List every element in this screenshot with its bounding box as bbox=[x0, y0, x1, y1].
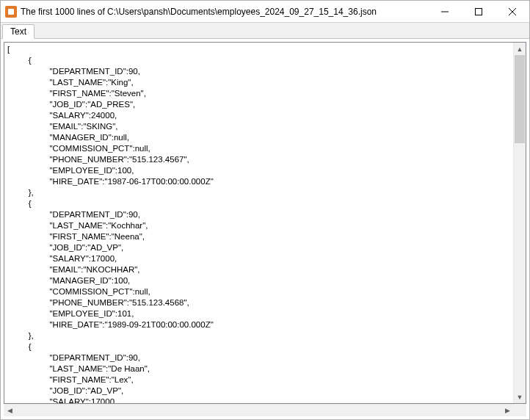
text-line: "LAST_NAME":"King", bbox=[7, 77, 510, 88]
scroll-down-arrow-icon[interactable]: ▼ bbox=[514, 391, 526, 403]
text-line: }, bbox=[7, 330, 510, 341]
close-icon bbox=[509, 8, 516, 15]
text-line: "HIRE_DATE":"1987-06-17T00:00:00.000Z" bbox=[7, 176, 510, 187]
tab-text[interactable]: Text bbox=[2, 24, 35, 39]
window-titlebar: The first 1000 lines of C:\Users\pansh\D… bbox=[1, 1, 529, 23]
text-line: "MANAGER_ID":null, bbox=[7, 132, 510, 143]
scroll-corner bbox=[514, 404, 526, 416]
vertical-scroll-track[interactable] bbox=[514, 55, 526, 391]
window-title: The first 1000 lines of C:\Users\pansh\D… bbox=[21, 7, 377, 17]
horizontal-scroll-thumb[interactable] bbox=[16, 405, 501, 416]
svg-rect-1 bbox=[476, 8, 482, 15]
text-line: "JOB_ID":"AD_PRES", bbox=[7, 99, 510, 110]
text-line: "MANAGER_ID":100, bbox=[7, 275, 510, 286]
text-line: "DEPARTMENT_ID":90, bbox=[7, 66, 510, 77]
text-line: "SALARY":24000, bbox=[7, 110, 510, 121]
text-line: "LAST_NAME":"De Haan", bbox=[7, 363, 510, 374]
text-line: "EMPLOYEE_ID":100, bbox=[7, 165, 510, 176]
text-line: "HIRE_DATE":"1989-09-21T00:00:00.000Z" bbox=[7, 319, 510, 330]
app-icon bbox=[5, 6, 17, 18]
scroll-right-arrow-icon[interactable]: ▶ bbox=[501, 405, 514, 416]
text-viewer: [ { "DEPARTMENT_ID":90, "LAST_NAME":"Kin… bbox=[4, 42, 526, 404]
text-line: "FIRST_NAME":"Lex", bbox=[7, 374, 510, 385]
text-line: "JOB_ID":"AD_VP", bbox=[7, 242, 510, 253]
tab-strip: Text bbox=[1, 23, 529, 39]
vertical-scrollbar[interactable]: ▲ ▼ bbox=[513, 43, 526, 403]
minimize-button[interactable] bbox=[428, 1, 462, 23]
minimize-icon bbox=[441, 8, 449, 15]
scroll-up-arrow-icon[interactable]: ▲ bbox=[514, 43, 526, 55]
maximize-icon bbox=[475, 8, 482, 15]
text-line: { bbox=[7, 198, 510, 209]
content-area: [ { "DEPARTMENT_ID":90, "LAST_NAME":"Kin… bbox=[1, 39, 529, 419]
text-line: { bbox=[7, 341, 510, 352]
text-content[interactable]: [ { "DEPARTMENT_ID":90, "LAST_NAME":"Kin… bbox=[4, 43, 513, 403]
text-line: "LAST_NAME":"Kochhar", bbox=[7, 220, 510, 231]
text-line: "EMAIL":"NKOCHHAR", bbox=[7, 264, 510, 275]
maximize-button[interactable] bbox=[462, 1, 495, 23]
text-line: "FIRST_NAME":"Neena", bbox=[7, 231, 510, 242]
text-line: "JOB_ID":"AD_VP", bbox=[7, 385, 510, 397]
text-line: "PHONE_NUMBER":"515.123.4567", bbox=[7, 154, 510, 165]
text-line: "EMPLOYEE_ID":101, bbox=[7, 308, 510, 319]
text-line: "COMMISSION_PCT":null, bbox=[7, 286, 510, 297]
text-line: { bbox=[7, 55, 510, 66]
text-line: "SALARY":17000, bbox=[7, 397, 510, 403]
text-line: "COMMISSION_PCT":null, bbox=[7, 143, 510, 154]
horizontal-scroll-track[interactable] bbox=[16, 405, 501, 416]
text-line: "SALARY":17000, bbox=[7, 253, 510, 264]
text-line: }, bbox=[7, 187, 510, 198]
text-line: "EMAIL":"SKING", bbox=[7, 121, 510, 132]
close-button[interactable] bbox=[495, 1, 529, 23]
vertical-scroll-thumb[interactable] bbox=[515, 55, 525, 143]
text-line: [ bbox=[7, 44, 510, 55]
scroll-left-arrow-icon[interactable]: ◀ bbox=[4, 405, 16, 416]
text-line: "DEPARTMENT_ID":90, bbox=[7, 352, 510, 363]
text-line: "PHONE_NUMBER":"515.123.4568", bbox=[7, 297, 510, 308]
horizontal-scrollbar[interactable]: ◀ ▶ bbox=[4, 404, 514, 416]
text-line: "DEPARTMENT_ID":90, bbox=[7, 209, 510, 220]
text-line: "FIRST_NAME":"Steven", bbox=[7, 88, 510, 99]
